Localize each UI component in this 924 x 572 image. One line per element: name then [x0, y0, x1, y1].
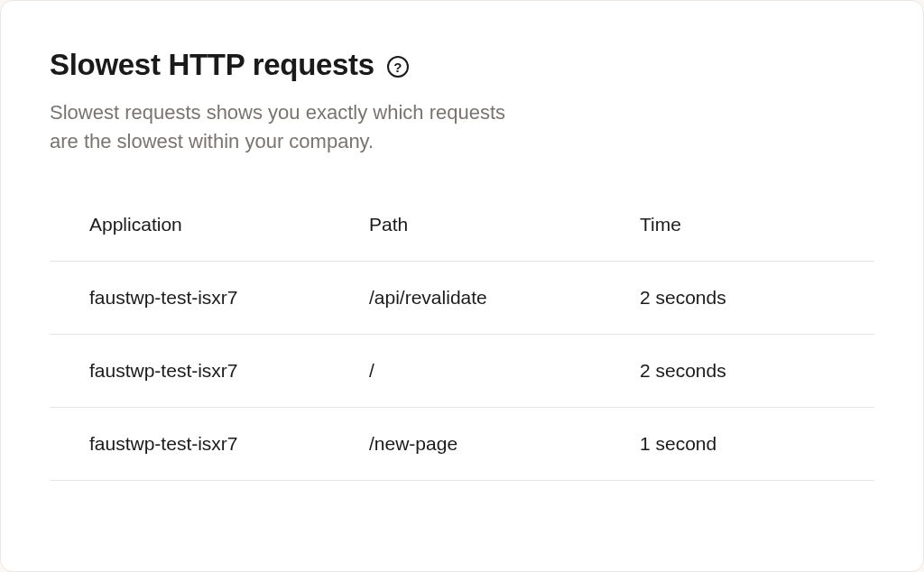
table-header-row: Application Path Time [50, 207, 874, 262]
cell-time: 2 seconds [640, 360, 835, 382]
cell-application: faustwp-test-isxr7 [89, 433, 369, 455]
col-header-application: Application [89, 214, 369, 235]
col-header-path: Path [369, 214, 640, 235]
cell-application: faustwp-test-isxr7 [89, 360, 369, 382]
card-subtitle: Slowest requests shows you exactly which… [50, 98, 519, 156]
cell-application: faustwp-test-isxr7 [89, 287, 369, 309]
cell-time: 2 seconds [640, 287, 835, 309]
cell-time: 1 second [640, 433, 835, 455]
help-icon[interactable]: ? [387, 56, 409, 78]
card-title: Slowest HTTP requests [50, 48, 374, 82]
table-row: faustwp-test-isxr7 /new-page 1 second [50, 408, 874, 481]
cell-path: /api/revalidate [369, 287, 640, 309]
table-row: faustwp-test-isxr7 / 2 seconds [50, 335, 874, 408]
cell-path: / [369, 360, 640, 382]
table-row: faustwp-test-isxr7 /api/revalidate 2 sec… [50, 262, 874, 335]
slowest-requests-card: Slowest HTTP requests ? Slowest requests… [0, 0, 924, 572]
card-header: Slowest HTTP requests ? [50, 48, 874, 82]
cell-path: /new-page [369, 433, 640, 455]
requests-table: Application Path Time faustwp-test-isxr7… [50, 207, 874, 481]
col-header-time: Time [640, 214, 835, 235]
